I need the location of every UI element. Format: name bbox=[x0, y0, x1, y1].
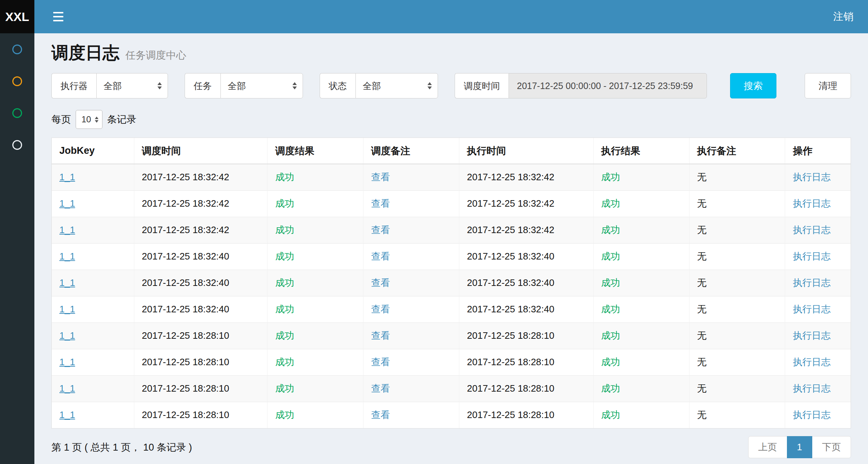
pagination-summary: 第 1 页 ( 总共 1 页， 10 条记录 ) bbox=[51, 441, 192, 454]
status-filter-select[interactable]: 全部 bbox=[355, 73, 438, 98]
action-link[interactable]: 执行日志 bbox=[793, 409, 830, 420]
executor-filter-label: 执行器 bbox=[51, 73, 96, 98]
trigger-msg-link[interactable]: 查看 bbox=[371, 224, 390, 235]
column-header-trigger-result: 调度结果 bbox=[267, 138, 363, 164]
action-link[interactable]: 执行日志 bbox=[793, 277, 830, 288]
table-row: 1_12017-12-25 18:28:10成功查看2017-12-25 18:… bbox=[52, 349, 851, 375]
logout-link[interactable]: 注销 bbox=[833, 10, 854, 24]
main-content: 调度日志 任务调度中心 执行器 全部 任务 全部 状态 全部 调度 bbox=[34, 33, 868, 464]
handle-msg: 无 bbox=[697, 172, 707, 182]
hamburger-icon bbox=[53, 12, 63, 13]
circle-icon bbox=[12, 45, 22, 54]
jobkey-link[interactable]: 1_1 bbox=[59, 357, 75, 367]
job-filter-select[interactable]: 全部 bbox=[220, 73, 303, 98]
trigger-result: 成功 bbox=[275, 304, 294, 315]
sidebar-item-4[interactable] bbox=[0, 129, 34, 161]
handle-time: 2017-12-25 18:28:10 bbox=[467, 409, 554, 420]
navbar: 注销 bbox=[34, 0, 868, 33]
jobkey-link[interactable]: 1_1 bbox=[59, 172, 75, 182]
status-filter-value: 全部 bbox=[363, 80, 381, 92]
next-page-button[interactable]: 下页 bbox=[812, 436, 851, 458]
table-footer: 第 1 页 ( 总共 1 页， 10 条记录 ) 上页 1 下页 bbox=[34, 429, 868, 460]
jobkey-link[interactable]: 1_1 bbox=[59, 330, 75, 341]
trigger-msg-link[interactable]: 查看 bbox=[371, 277, 390, 288]
trigger-time: 2017-12-25 18:28:10 bbox=[142, 357, 229, 367]
jobkey-link[interactable]: 1_1 bbox=[59, 304, 75, 315]
column-header-jobkey: JobKey bbox=[52, 138, 134, 164]
trigger-msg-link[interactable]: 查看 bbox=[371, 357, 390, 367]
time-range-input[interactable]: 2017-12-25 00:00:00 - 2017-12-25 23:59:5… bbox=[509, 73, 707, 98]
trigger-result: 成功 bbox=[275, 383, 294, 394]
action-link[interactable]: 执行日志 bbox=[793, 172, 830, 182]
prev-page-button[interactable]: 上页 bbox=[748, 436, 787, 458]
trigger-msg-link[interactable]: 查看 bbox=[371, 409, 390, 420]
table-row: 1_12017-12-25 18:32:42成功查看2017-12-25 18:… bbox=[52, 164, 851, 190]
action-link[interactable]: 执行日志 bbox=[793, 251, 830, 262]
table-row: 1_12017-12-25 18:28:10成功查看2017-12-25 18:… bbox=[52, 375, 851, 402]
trigger-msg-link[interactable]: 查看 bbox=[371, 198, 390, 209]
page-title: 调度日志 bbox=[51, 43, 119, 62]
trigger-result: 成功 bbox=[275, 409, 294, 420]
sidebar-item-2[interactable] bbox=[0, 65, 34, 97]
jobkey-link[interactable]: 1_1 bbox=[59, 277, 75, 288]
search-button[interactable]: 搜索 bbox=[730, 73, 776, 98]
executor-filter-group: 执行器 全部 bbox=[51, 73, 168, 98]
trigger-msg-link[interactable]: 查看 bbox=[371, 251, 390, 262]
action-link[interactable]: 执行日志 bbox=[793, 304, 830, 315]
jobkey-link[interactable]: 1_1 bbox=[59, 251, 75, 262]
handle-time: 2017-12-25 18:32:42 bbox=[467, 198, 554, 209]
select-stepper-icon bbox=[152, 82, 162, 89]
handle-time: 2017-12-25 18:28:10 bbox=[467, 330, 554, 341]
trigger-msg-link[interactable]: 查看 bbox=[371, 172, 390, 182]
app-logo[interactable]: XXL bbox=[0, 0, 34, 33]
handle-result: 成功 bbox=[601, 330, 620, 341]
sidebar-toggle-button[interactable] bbox=[50, 8, 67, 25]
page-size-prefix-label: 每页 bbox=[51, 113, 71, 126]
time-filter-group: 调度时间 2017-12-25 00:00:00 - 2017-12-25 23… bbox=[455, 73, 707, 98]
handle-time: 2017-12-25 18:32:40 bbox=[467, 304, 554, 315]
handle-msg: 无 bbox=[697, 383, 707, 394]
jobkey-link[interactable]: 1_1 bbox=[59, 409, 75, 420]
jobkey-link[interactable]: 1_1 bbox=[59, 383, 75, 394]
table-row: 1_12017-12-25 18:28:10成功查看2017-12-25 18:… bbox=[52, 322, 851, 349]
action-link[interactable]: 执行日志 bbox=[793, 383, 830, 394]
jobkey-link[interactable]: 1_1 bbox=[59, 224, 75, 235]
sidebar-item-3[interactable] bbox=[0, 97, 34, 129]
log-table: JobKey 调度时间 调度结果 调度备注 执行时间 执行结果 执行备注 操作 … bbox=[51, 138, 851, 429]
page-size-select[interactable]: 10 bbox=[76, 110, 102, 129]
select-stepper-icon bbox=[91, 117, 98, 123]
action-link[interactable]: 执行日志 bbox=[793, 330, 830, 341]
action-link[interactable]: 执行日志 bbox=[793, 224, 830, 235]
action-link[interactable]: 执行日志 bbox=[793, 357, 830, 367]
handle-time: 2017-12-25 18:32:40 bbox=[467, 277, 554, 288]
trigger-result: 成功 bbox=[275, 172, 294, 182]
clean-button[interactable]: 清理 bbox=[805, 73, 851, 98]
trigger-result: 成功 bbox=[275, 357, 294, 367]
trigger-result: 成功 bbox=[275, 224, 294, 235]
handle-time: 2017-12-25 18:28:10 bbox=[467, 383, 554, 394]
top-navbar: XXL 注销 bbox=[0, 0, 868, 33]
table-row: 1_12017-12-25 18:32:40成功查看2017-12-25 18:… bbox=[52, 270, 851, 296]
handle-result: 成功 bbox=[601, 409, 620, 420]
handle-time: 2017-12-25 18:32:42 bbox=[467, 224, 554, 235]
executor-filter-select[interactable]: 全部 bbox=[96, 73, 168, 98]
trigger-msg-link[interactable]: 查看 bbox=[371, 330, 390, 341]
handle-msg: 无 bbox=[697, 357, 707, 367]
current-page-button[interactable]: 1 bbox=[787, 436, 812, 458]
column-header-trigger-msg: 调度备注 bbox=[363, 138, 459, 164]
trigger-result: 成功 bbox=[275, 198, 294, 209]
handle-result: 成功 bbox=[601, 224, 620, 235]
action-link[interactable]: 执行日志 bbox=[793, 198, 830, 209]
select-stepper-icon bbox=[287, 82, 297, 89]
circle-icon bbox=[12, 140, 22, 150]
column-header-handle-msg: 执行备注 bbox=[689, 138, 785, 164]
pagination: 上页 1 下页 bbox=[748, 436, 851, 458]
trigger-msg-link[interactable]: 查看 bbox=[371, 304, 390, 315]
trigger-result: 成功 bbox=[275, 251, 294, 262]
executor-filter-value: 全部 bbox=[104, 80, 122, 92]
trigger-time: 2017-12-25 18:32:40 bbox=[142, 277, 229, 288]
sidebar-item-1[interactable] bbox=[0, 33, 34, 65]
jobkey-link[interactable]: 1_1 bbox=[59, 198, 75, 209]
trigger-msg-link[interactable]: 查看 bbox=[371, 383, 390, 394]
handle-result: 成功 bbox=[601, 357, 620, 367]
